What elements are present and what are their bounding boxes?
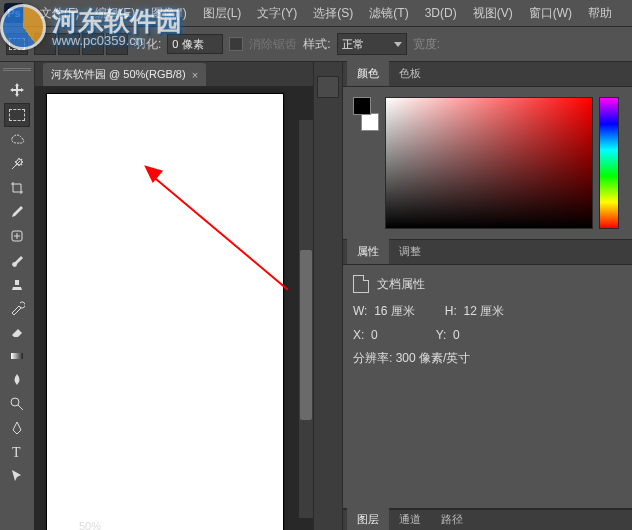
active-tool-icon[interactable]: [6, 33, 28, 55]
style-label: 样式:: [303, 36, 330, 53]
width-label: 宽度:: [413, 36, 440, 53]
menu-image[interactable]: 图像(I): [151, 5, 186, 22]
menu-select[interactable]: 选择(S): [313, 5, 353, 22]
color-field[interactable]: [385, 97, 593, 229]
collapsed-dock: [313, 62, 343, 530]
document-tab-title: 河东软件园 @ 50%(RGB/8): [51, 67, 186, 82]
prop-y: Y: 0: [436, 328, 460, 342]
selection-mode-group: [34, 33, 128, 55]
antialias-checkbox[interactable]: [229, 37, 243, 51]
zoom-level[interactable]: 50%: [79, 520, 101, 530]
selection-new-icon[interactable]: [34, 33, 56, 55]
doc-properties-label: 文档属性: [377, 276, 425, 293]
pen-tool[interactable]: [5, 417, 29, 439]
clone-stamp-tool[interactable]: [5, 273, 29, 295]
menu-bar: Ps 文件(F) 编辑(E) 图像(I) 图层(L) 文字(Y) 选择(S) 滤…: [0, 0, 632, 27]
healing-brush-tool[interactable]: [5, 225, 29, 247]
tab-adjustments[interactable]: 调整: [389, 239, 431, 264]
crop-tool[interactable]: [5, 177, 29, 199]
magic-wand-tool[interactable]: [5, 153, 29, 175]
tools-panel: T: [0, 62, 35, 530]
prop-x: X: 0: [353, 328, 378, 342]
properties-panel: 属性 调整 文档属性 W: 16 厘米 H: 12 厘米 X: 0 Y: 0 分: [343, 240, 632, 509]
prop-resolution: 分辨率: 300 像素/英寸: [353, 350, 470, 367]
tab-color[interactable]: 颜色: [347, 61, 389, 86]
prop-w: W: 16 厘米: [353, 303, 415, 320]
brush-tool[interactable]: [5, 249, 29, 271]
move-tool[interactable]: [5, 79, 29, 101]
eyedropper-tool[interactable]: [5, 201, 29, 223]
svg-point-2: [11, 398, 19, 406]
menu-help[interactable]: 帮助: [588, 5, 612, 22]
selection-add-icon[interactable]: [58, 33, 80, 55]
tab-channels[interactable]: 通道: [389, 507, 431, 530]
options-bar: 羽化: 消除锯齿 样式: 正常 宽度:: [0, 27, 632, 62]
tab-paths[interactable]: 路径: [431, 507, 473, 530]
feather-input[interactable]: [167, 34, 223, 54]
vertical-scrollbar[interactable]: [299, 120, 313, 518]
close-tab-icon[interactable]: ×: [192, 69, 198, 81]
document-tab[interactable]: 河东软件园 @ 50%(RGB/8) ×: [43, 63, 206, 86]
history-brush-tool[interactable]: [5, 297, 29, 319]
right-panels: 颜色 色板 属性 调整 文档属性: [343, 62, 632, 530]
path-selection-tool[interactable]: [5, 465, 29, 487]
svg-text:T: T: [12, 445, 21, 460]
gradient-tool[interactable]: [5, 345, 29, 367]
foreground-background-swatch[interactable]: [353, 97, 379, 131]
document-icon: [353, 275, 369, 293]
hue-slider[interactable]: [599, 97, 619, 229]
menu-view[interactable]: 视图(V): [473, 5, 513, 22]
layers-panel-tabs: 图层 通道 路径: [343, 509, 632, 530]
selection-intersect-icon[interactable]: [106, 33, 128, 55]
foreground-color-swatch[interactable]: [353, 97, 371, 115]
background-color-swatch[interactable]: [361, 113, 379, 131]
svg-rect-1: [11, 353, 23, 359]
canvas-viewport[interactable]: [35, 86, 313, 530]
collapsed-panel-icon[interactable]: [317, 76, 339, 98]
lasso-tool[interactable]: [5, 129, 29, 151]
style-value: 正常: [342, 37, 364, 52]
toolbar-grip-icon[interactable]: [3, 68, 31, 74]
marquee-tool[interactable]: [4, 103, 30, 127]
feather-label: 羽化:: [134, 36, 161, 53]
type-tool[interactable]: T: [5, 441, 29, 463]
blur-tool[interactable]: [5, 369, 29, 391]
app-logo-icon: Ps: [4, 3, 24, 23]
menu-filter[interactable]: 滤镜(T): [369, 5, 408, 22]
style-dropdown[interactable]: 正常: [337, 33, 407, 55]
eraser-tool[interactable]: [5, 321, 29, 343]
document-area: 河东软件园 @ 50%(RGB/8) × 50%: [35, 62, 313, 530]
menu-window[interactable]: 窗口(W): [529, 5, 572, 22]
tab-layers[interactable]: 图层: [347, 507, 389, 530]
menu-file[interactable]: 文件(F): [40, 5, 79, 22]
menu-layer[interactable]: 图层(L): [203, 5, 242, 22]
menu-3d[interactable]: 3D(D): [425, 6, 457, 20]
chevron-down-icon: [394, 42, 402, 47]
scroll-thumb[interactable]: [300, 250, 312, 420]
selection-subtract-icon[interactable]: [82, 33, 104, 55]
tab-properties[interactable]: 属性: [347, 239, 389, 264]
document-tab-bar: 河东软件园 @ 50%(RGB/8) ×: [35, 62, 313, 86]
tab-swatches[interactable]: 色板: [389, 61, 431, 86]
color-panel: 颜色 色板: [343, 62, 632, 240]
canvas[interactable]: [47, 94, 283, 530]
prop-h: H: 12 厘米: [445, 303, 504, 320]
menu-edit[interactable]: 编辑(E): [95, 5, 135, 22]
menu-type[interactable]: 文字(Y): [257, 5, 297, 22]
dodge-tool[interactable]: [5, 393, 29, 415]
antialias-label: 消除锯齿: [249, 36, 297, 53]
main-workspace: T 河东软件园 @ 50%(RGB/8) × 50% 颜色 色板: [0, 62, 632, 530]
